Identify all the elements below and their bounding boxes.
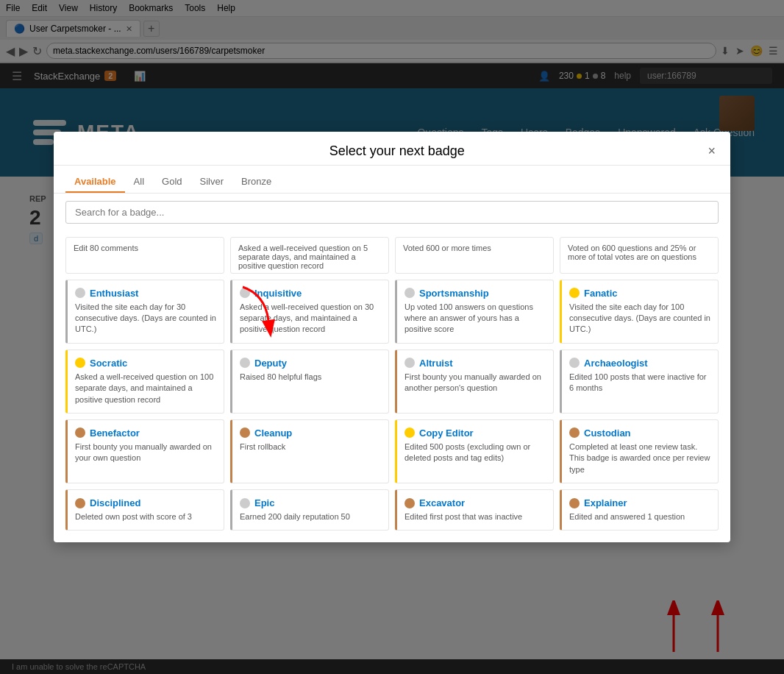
badge-search-input[interactable] [65, 201, 719, 224]
badge-card[interactable]: Altruist First bounty you manually award… [395, 350, 554, 414]
badge-name-text: Fanatic [584, 288, 618, 299]
badge-card[interactable]: Sportsmanship Up voted 100 answers on qu… [395, 280, 554, 344]
tab-available[interactable]: Available [65, 171, 125, 193]
badge-name-text: Inquisitive [254, 288, 302, 299]
badge-icon [569, 498, 580, 508]
badge-card[interactable]: Excavator Edited first post that was ina… [395, 489, 554, 531]
partial-card-3: Voted on 600 questions and 25% or more o… [560, 237, 719, 274]
badge-icon [75, 498, 85, 508]
badge-name: Deputy [240, 358, 381, 369]
badge-icon [240, 358, 250, 368]
modal-header: Select your next badge × [54, 132, 730, 166]
badge-description: Visited the site each day for 100 consec… [569, 302, 710, 336]
badge-name-text: Sportsmanship [419, 288, 489, 299]
badge-description: Edited 500 posts (excluding own or delet… [405, 441, 546, 464]
badge-name: Fanatic [569, 288, 710, 299]
badge-description: Edited 100 posts that were inactive for … [569, 372, 710, 394]
badge-name-text: Excavator [419, 497, 465, 508]
badge-name: Copy Editor [405, 428, 546, 439]
badge-icon [240, 288, 250, 298]
partial-card-2: Voted 600 or more times [395, 237, 554, 274]
badge-name: Benefactor [75, 428, 216, 439]
badge-description: Edited and answered 1 question [569, 511, 710, 522]
partial-card-0: Edit 80 comments [65, 237, 224, 274]
badge-name-text: Copy Editor [419, 428, 474, 439]
badge-description: Edited first post that was inactive [405, 511, 546, 522]
badge-icon [405, 428, 415, 438]
badge-description: Up voted 100 answers on questions where … [405, 302, 546, 336]
badge-description: Asked a well-received question on 30 sep… [240, 302, 381, 336]
tab-all[interactable]: All [125, 171, 153, 193]
badge-description: Raised 80 helpful flags [240, 372, 381, 383]
badge-name-text: Explainer [584, 497, 627, 508]
tab-gold[interactable]: Gold [153, 171, 190, 193]
badge-icon [405, 498, 415, 508]
badge-name-text: Benefactor [90, 428, 140, 439]
badge-name: Epic [240, 497, 381, 508]
badge-description: Completed at least one review task. This… [569, 441, 710, 475]
badge-name-text: Altruist [419, 358, 453, 369]
badge-card[interactable]: Custodian Completed at least one review … [560, 419, 719, 483]
badge-description: Deleted own post with score of 3 [75, 511, 216, 522]
badge-list-scroll[interactable]: Edit 80 comments Asked a well-received q… [54, 231, 730, 543]
modal-close-button[interactable]: × [708, 144, 716, 157]
badge-name: Sportsmanship [405, 288, 546, 299]
badge-description: First bounty you manually awarded on you… [75, 441, 216, 464]
badge-name: Excavator [405, 497, 546, 508]
badge-card[interactable]: Cleanup First rollback [230, 419, 389, 483]
badge-card[interactable]: Socratic Asked a well-received question … [65, 350, 224, 414]
badge-name-text: Custodian [584, 428, 631, 439]
badge-name-text: Disciplined [90, 497, 140, 508]
badge-name: Archaeologist [569, 358, 710, 369]
badge-name-text: Epic [254, 497, 274, 508]
badge-card[interactable]: Disciplined Deleted own post with score … [65, 489, 224, 531]
badge-name: Inquisitive [240, 288, 381, 299]
badge-card[interactable]: Enthusiast Visited the site each day for… [65, 280, 224, 344]
badge-name-text: Archaeologist [584, 358, 648, 369]
badge-selection-modal: Select your next badge × Available All G… [54, 132, 730, 543]
badge-card[interactable]: Epic Earned 200 daily reputation 50 [230, 489, 389, 531]
modal-tabs: Available All Gold Silver Bronze [54, 166, 730, 194]
badge-icon [405, 358, 415, 368]
badge-name: Disciplined [75, 497, 216, 508]
badge-icon [240, 428, 250, 438]
badge-icon [405, 288, 415, 298]
badge-icon [75, 358, 85, 368]
badge-name-text: Socratic [90, 358, 127, 369]
badge-name-text: Deputy [254, 358, 287, 369]
badge-name: Socratic [75, 358, 216, 369]
badge-card[interactable]: Fanatic Visited the site each day for 10… [560, 280, 719, 344]
badge-name: Altruist [405, 358, 546, 369]
badge-name: Custodian [569, 428, 710, 439]
badge-name: Enthusiast [75, 288, 216, 299]
tab-bronze[interactable]: Bronze [232, 171, 280, 193]
badge-description: Visited the site each day for 30 consecu… [75, 302, 216, 336]
badge-card[interactable]: Copy Editor Edited 500 posts (excluding … [395, 419, 554, 483]
badge-card[interactable]: Explainer Edited and answered 1 question [560, 489, 719, 531]
badge-icon [569, 358, 580, 368]
modal-title: Select your next badge [86, 143, 708, 159]
badge-icon [569, 428, 580, 438]
badge-name: Explainer [569, 497, 710, 508]
badge-description: First rollback [240, 441, 381, 453]
badge-card[interactable]: Inquisitive Asked a well-received questi… [230, 280, 389, 344]
badge-grid: Enthusiast Visited the site each day for… [54, 274, 730, 543]
badge-name: Cleanup [240, 428, 381, 439]
tab-silver[interactable]: Silver [191, 171, 233, 193]
badge-description: Asked a well-received question on 100 se… [75, 372, 216, 405]
badge-description: First bounty you manually awarded on ano… [405, 372, 546, 394]
partial-card-1: Asked a well-received question on 5 sepa… [230, 237, 389, 274]
badge-icon [569, 288, 580, 298]
modal-overlay: Select your next badge × Available All G… [0, 0, 784, 618]
partial-top-cards: Edit 80 comments Asked a well-received q… [54, 231, 730, 274]
badge-icon [75, 428, 85, 438]
badge-name-text: Enthusiast [90, 288, 138, 299]
badge-description: Earned 200 daily reputation 50 [240, 511, 381, 522]
badge-icon [75, 288, 85, 298]
badge-icon [240, 498, 250, 508]
badge-card[interactable]: Benefactor First bounty you manually awa… [65, 419, 224, 483]
badge-card[interactable]: Archaeologist Edited 100 posts that were… [560, 350, 719, 414]
badge-name-text: Cleanup [254, 428, 292, 439]
badge-card[interactable]: Deputy Raised 80 helpful flags [230, 350, 389, 414]
badge-search-container [54, 194, 730, 231]
